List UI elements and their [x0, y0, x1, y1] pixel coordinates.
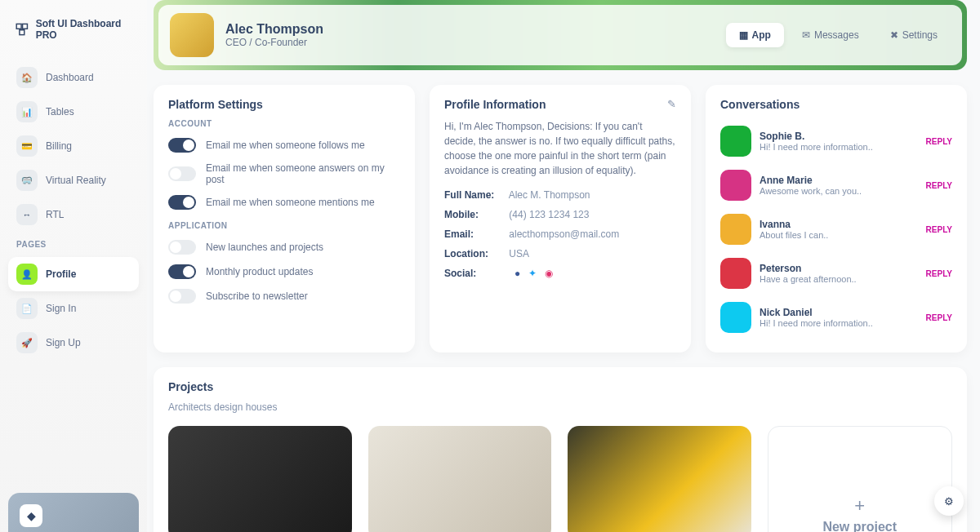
- conversation-name: Nick Daniel: [760, 307, 873, 318]
- projects-card: Projects Architects design houses Projec…: [154, 367, 967, 532]
- setting-row: Email me when someone mentions me: [168, 190, 400, 215]
- setting-row: New launches and projects: [168, 235, 400, 259]
- sidebar: Soft UI Dashboard PRO 🏠Dashboard📊Tables💳…: [0, 0, 147, 532]
- setting-row: Email me when someone answers on my post: [168, 157, 400, 190]
- email-value: alecthompson@mail.com: [509, 228, 619, 240]
- conversation-sub: Awesome work, can you..: [760, 186, 862, 196]
- conversation-row: Anne MarieAwesome work, can you..REPLY: [720, 163, 952, 207]
- toggle[interactable]: [168, 289, 196, 304]
- nav-item-profile[interactable]: 👤Profile: [8, 257, 139, 291]
- project-image: [168, 426, 352, 532]
- card-title: Platform Settings: [168, 98, 400, 111]
- svg-rect-0: [16, 24, 21, 29]
- nav-label: Profile: [46, 268, 76, 280]
- nav-item-sign-up[interactable]: 🚀Sign Up: [8, 326, 139, 360]
- project-card[interactable]: Project #3MinimalistDifferent people hav…: [568, 426, 751, 532]
- main: Alec Thompson CEO / Co-Founder ▦App✉Mess…: [147, 0, 980, 532]
- project-card[interactable]: Project #1ScandinavianMusic is something…: [368, 426, 552, 532]
- nav-icon: 🏠: [16, 67, 38, 88]
- nav-item-virtual-reality[interactable]: 🥽Virtual Reality: [8, 163, 139, 197]
- platform-settings-card: Platform Settings ACCOUNT Email me when …: [154, 85, 415, 352]
- tab-label: App: [752, 29, 771, 41]
- conversation-name: Ivanna: [760, 219, 828, 230]
- conversation-name: Sophie B.: [760, 131, 873, 142]
- label: Location:: [444, 248, 506, 259]
- svg-rect-2: [20, 30, 24, 35]
- project-card[interactable]: Project #2ModernAs Uber works through a …: [168, 426, 352, 532]
- conversation-name: Anne Marie: [760, 175, 862, 186]
- nav-icon: 🥽: [16, 170, 38, 191]
- toggle[interactable]: [168, 195, 196, 210]
- setting-label: Email me when someone follows me: [206, 140, 365, 151]
- nav-label: Tables: [46, 106, 74, 117]
- nav-item-tables[interactable]: 📊Tables: [8, 95, 139, 129]
- setting-label: Subscribe to newsletter: [206, 290, 308, 302]
- conversations-card: Conversations Sophie B.Hi! I need more i…: [706, 85, 967, 352]
- account-heading: ACCOUNT: [168, 119, 400, 128]
- pages-label: PAGES: [8, 232, 139, 252]
- avatar: [720, 214, 751, 245]
- profile-name: Alec Thompson: [225, 22, 323, 37]
- toggle[interactable]: [168, 166, 196, 181]
- nav-icon: 📊: [16, 101, 38, 122]
- mobile-value: (44) 123 1234 123: [509, 209, 589, 220]
- conversation-row: IvannaAbout files I can..REPLY: [720, 207, 952, 251]
- tab-settings[interactable]: ✖Settings: [877, 23, 951, 47]
- edit-icon[interactable]: ✎: [667, 98, 676, 110]
- tab-icon: ✉: [802, 29, 810, 41]
- nav-icon: ↔: [16, 204, 38, 225]
- twitter-icon[interactable]: ✦: [528, 268, 537, 279]
- nav-item-billing[interactable]: 💳Billing: [8, 129, 139, 163]
- profile-info-card: ✎ Profile Information Hi, I'm Alec Thomp…: [430, 85, 691, 352]
- facebook-icon[interactable]: ●: [514, 268, 520, 279]
- reply-button[interactable]: REPLY: [926, 137, 952, 146]
- card-title: Conversations: [720, 98, 952, 111]
- tab-messages[interactable]: ✉Messages: [789, 23, 872, 47]
- setting-label: New launches and projects: [206, 242, 323, 253]
- label: Social:: [444, 268, 506, 279]
- toggle[interactable]: [168, 138, 196, 153]
- toggle[interactable]: [168, 264, 196, 279]
- reply-button[interactable]: REPLY: [926, 181, 952, 190]
- reply-button[interactable]: REPLY: [926, 225, 952, 234]
- setting-label: Email me when someone mentions me: [206, 197, 375, 208]
- profile-role: CEO / Co-Founder: [225, 37, 323, 48]
- full-name-value: Alec M. Thompson: [509, 189, 590, 201]
- tab-app[interactable]: ▦App: [726, 23, 784, 47]
- application-heading: APPLICATION: [168, 221, 400, 230]
- setting-row: Subscribe to newsletter: [168, 284, 400, 308]
- nav-item-dashboard[interactable]: 🏠Dashboard: [8, 60, 139, 95]
- avatar: [720, 170, 751, 201]
- setting-row: Email me when someone follows me: [168, 133, 400, 157]
- conversation-sub: Have a great afternoon..: [760, 274, 857, 284]
- conversation-name: Peterson: [760, 263, 857, 274]
- brand-icon: [15, 21, 29, 38]
- plus-icon: +: [854, 495, 865, 516]
- reply-button[interactable]: REPLY: [926, 269, 952, 278]
- tab-icon: ✖: [890, 29, 898, 41]
- new-project-button[interactable]: +New project: [768, 426, 953, 532]
- location-value: USA: [509, 248, 529, 259]
- brand-text: Soft UI Dashboard PRO: [36, 18, 132, 41]
- toggle[interactable]: [168, 240, 196, 255]
- svg-rect-1: [23, 24, 28, 29]
- profile-header: Alec Thompson CEO / Co-Founder ▦App✉Mess…: [154, 0, 967, 70]
- nav-item-rtl[interactable]: ↔RTL: [8, 197, 139, 232]
- profile-bio: Hi, I'm Alec Thompson, Decisions: If you…: [444, 119, 676, 178]
- instagram-icon[interactable]: ◉: [545, 268, 553, 279]
- brand: Soft UI Dashboard PRO: [8, 13, 139, 55]
- conversation-sub: Hi! I need more information..: [760, 142, 873, 152]
- project-image: [368, 426, 552, 532]
- conversation-sub: About files I can..: [760, 230, 828, 240]
- conversation-row: PetersonHave a great afternoon..REPLY: [720, 251, 952, 295]
- nav-icon: 💳: [16, 135, 38, 157]
- profile-avatar: [170, 13, 214, 57]
- reply-button[interactable]: REPLY: [926, 313, 952, 322]
- nav-item-sign-in[interactable]: 📄Sign In: [8, 291, 139, 326]
- settings-gear-button[interactable]: ⚙: [934, 486, 964, 516]
- projects-sub: Architects design houses: [168, 401, 952, 413]
- nav-icon: 📄: [16, 298, 38, 319]
- conversation-row: Nick DanielHi! I need more information..…: [720, 295, 952, 339]
- nav-label: Billing: [46, 140, 72, 152]
- label: Full Name:: [444, 189, 506, 201]
